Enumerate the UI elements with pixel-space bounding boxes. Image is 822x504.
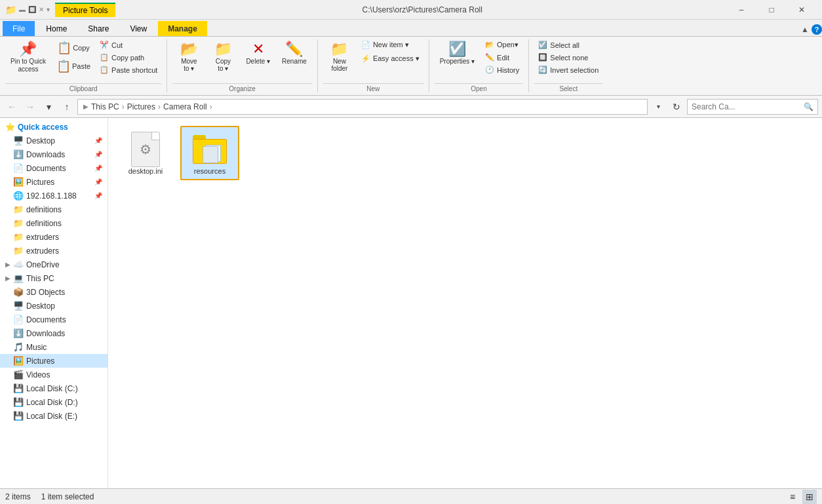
restore-icon-small: 🔲 — [28, 6, 36, 13]
open-icon: 📂 — [485, 41, 494, 49]
ribbon-group-select: ☑️ Select all 🔲 Select none 🔄 Invert sel… — [529, 39, 608, 92]
file-item-desktop-ini[interactable]: ⚙ desktop.ini — [116, 126, 175, 180]
localdiskd-icon: 💾 — [13, 397, 24, 407]
refresh-button[interactable]: ↻ — [669, 99, 684, 115]
cut-button[interactable]: ✂️ Cut — [96, 39, 161, 50]
paste-shortcut-button[interactable]: 📋 Paste shortcut — [96, 64, 161, 75]
new-item-button[interactable]: 📄 New item ▾ — [357, 39, 423, 50]
easy-access-button[interactable]: ⚡ Easy access ▾ — [357, 53, 423, 64]
sidebar-label-documents-pc: Documents — [26, 315, 66, 324]
sidebar-item-pictures-qa[interactable]: 🖼️ Pictures 📌 — [0, 175, 108, 189]
history-label: History — [497, 66, 519, 74]
downloads-qa-icon: ⬇️ — [13, 149, 24, 159]
new-folder-button[interactable]: 📁 Newfolder — [323, 39, 356, 75]
gear-icon: ⚙ — [140, 142, 151, 157]
grid-view-button[interactable]: ⊞ — [802, 490, 817, 504]
help-icon[interactable]: ? — [812, 24, 822, 35]
tab-manage[interactable]: Manage — [158, 21, 207, 36]
sidebar-item-documents-qa[interactable]: 📄 Documents 📌 — [0, 161, 108, 175]
back-button[interactable]: ← — [4, 99, 20, 115]
copy-button[interactable]: 📋 Copy — [52, 39, 94, 56]
history-icon: 🕐 — [485, 66, 494, 74]
close-button[interactable]: ✕ — [787, 0, 817, 20]
organize-label: Organize — [172, 83, 312, 92]
file-area[interactable]: ⚙ desktop.ini resources — [108, 118, 822, 488]
select-none-icon: 🔲 — [538, 53, 547, 62]
properties-button[interactable]: ☑️ Properties ▾ — [435, 39, 480, 68]
sidebar-item-lokaldiske[interactable]: 💾 Local Disk (E:) — [0, 409, 108, 423]
search-input[interactable] — [692, 102, 801, 111]
recent-locations-button[interactable]: ▾ — [41, 99, 56, 115]
up-button[interactable]: ↑ — [59, 99, 75, 115]
sidebar-item-music[interactable]: 🎵 Music — [0, 340, 108, 354]
sidebar-item-ext1[interactable]: 📁 extruders — [0, 230, 108, 244]
copy-path-button[interactable]: 📋 Copy path — [96, 52, 161, 63]
sidebar-item-network[interactable]: 🌐 192.168.1.188 📌 — [0, 189, 108, 203]
breadcrumb-thispc[interactable]: This PC — [91, 102, 119, 111]
sidebar-item-downloads-qa[interactable]: ⬇️ Downloads 📌 — [0, 147, 108, 161]
ribbon-group-new: 📁 Newfolder 📄 New item ▾ ⚡ Easy access ▾… — [318, 39, 429, 92]
tab-share[interactable]: Share — [78, 21, 119, 36]
tab-file[interactable]: File — [3, 21, 35, 36]
tab-view[interactable]: View — [120, 21, 157, 36]
quick-access-label: Quick access — [18, 123, 68, 132]
sidebar-label-3dobjects: 3D Objects — [26, 288, 65, 297]
sidebar-item-3dobjects[interactable]: 📦 3D Objects — [0, 285, 108, 299]
address-start-icon: ▶ — [83, 103, 88, 110]
tab-home[interactable]: Home — [36, 21, 77, 36]
minimize-button[interactable]: – — [726, 0, 756, 20]
3dobjects-icon: 📦 — [13, 287, 24, 297]
pin-icon-documents: 📌 — [94, 165, 102, 172]
sidebar-item-desktop-qa[interactable]: 🖥️ Desktop 📌 — [0, 134, 108, 147]
properties-icon: ☑️ — [448, 42, 466, 56]
open-button[interactable]: 📂 Open▾ — [481, 39, 523, 50]
window-icons: 📁 ▬ 🔲 ✕ ▾ — [5, 5, 50, 15]
sidebar-item-documents-pc[interactable]: 📄 Documents — [0, 313, 108, 326]
breadcrumb-cameraroll[interactable]: Camera Roll — [163, 102, 207, 111]
pin-quick-access-button[interactable]: 📌 Pin to Quickaccess — [5, 39, 51, 76]
sidebar-item-def2[interactable]: 📁 definitions — [0, 216, 108, 230]
sidebar-item-desktop-pc[interactable]: 🖥️ Desktop — [0, 299, 108, 313]
select-none-button[interactable]: 🔲 Select none — [534, 52, 602, 63]
move-to-button[interactable]: 📂 Moveto ▾ — [172, 39, 205, 75]
sidebar-item-localdiskd[interactable]: 💾 Local Disk (D:) — [0, 395, 108, 409]
invert-selection-button[interactable]: 🔄 Invert selection — [534, 64, 602, 75]
maximize-button[interactable]: □ — [756, 0, 787, 20]
documents-qa-icon: 📄 — [13, 163, 24, 173]
list-view-button[interactable]: ≡ — [785, 490, 800, 504]
sidebar-item-videos[interactable]: 🎬 Videos — [0, 368, 108, 381]
rename-button[interactable]: ✏️ Rename — [277, 39, 312, 68]
sidebar-item-localdiskc[interactable]: 💾 Local Disk (C:) — [0, 381, 108, 395]
picture-tools-tab[interactable]: Picture Tools — [55, 3, 115, 17]
sidebar-quick-access[interactable]: ⭐ Quick access — [0, 121, 108, 134]
sidebar-item-def1[interactable]: 📁 definitions — [0, 203, 108, 216]
history-button[interactable]: 🕐 History — [481, 64, 523, 75]
sidebar-item-downloads-pc[interactable]: ⬇️ Downloads — [0, 326, 108, 340]
downloads-pc-icon: ⬇️ — [13, 328, 24, 338]
sidebar-item-thispc[interactable]: ▶ 💻 This PC — [0, 271, 108, 285]
select-all-button[interactable]: ☑️ Select all — [534, 39, 602, 50]
ext2-icon: 📁 — [13, 246, 24, 256]
window-controls: – □ ✕ — [726, 0, 817, 20]
search-bar[interactable]: 🔍 — [687, 99, 818, 115]
app-icon: 📁 — [5, 5, 16, 15]
sidebar-item-onedrive[interactable]: ▶ ☁️ OneDrive — [0, 258, 108, 271]
file-item-resources[interactable]: resources — [180, 126, 239, 180]
breadcrumb-pictures[interactable]: Pictures — [127, 102, 155, 111]
sidebar-item-ext2[interactable]: 📁 extruders — [0, 244, 108, 258]
delete-button[interactable]: ✕ Delete ▾ — [241, 39, 275, 68]
sidebar-label-network: 192.168.1.188 — [26, 191, 77, 201]
def1-icon: 📁 — [13, 204, 24, 214]
address-bar[interactable]: ▶ This PC › Pictures › Camera Roll › — [77, 99, 648, 115]
desktop-pc-icon: 🖥️ — [13, 301, 24, 311]
paste-button[interactable]: 📋 Paste — [52, 58, 94, 75]
new-sub-group: 📄 New item ▾ ⚡ Easy access ▾ — [357, 39, 423, 64]
sidebar-item-pictures-pc[interactable]: 🖼️ Pictures — [0, 354, 108, 368]
file-icon-area-ini: ⚙ — [126, 131, 165, 167]
copy-to-button[interactable]: 📁 Copyto ▾ — [206, 39, 239, 75]
ribbon-collapse-icon[interactable]: ▲ — [801, 25, 809, 34]
address-dropdown-button[interactable]: ▾ — [650, 99, 666, 115]
edit-icon: ✏️ — [485, 53, 494, 62]
edit-button[interactable]: ✏️ Edit — [481, 52, 523, 63]
forward-button[interactable]: → — [22, 99, 38, 115]
